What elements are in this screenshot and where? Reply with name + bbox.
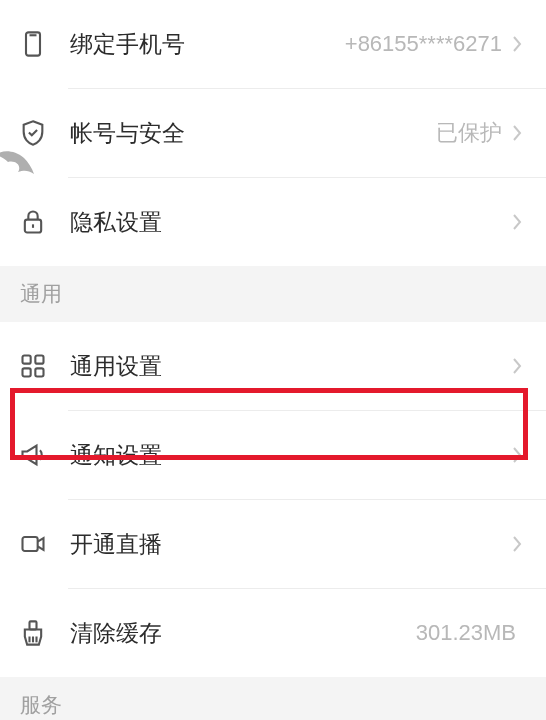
section-title: 通用 xyxy=(20,280,62,308)
chevron-right-icon xyxy=(510,210,524,234)
svg-rect-9 xyxy=(30,621,37,629)
watermark-swallow-icon xyxy=(0,144,34,184)
lock-icon xyxy=(18,207,48,237)
section-header-service: 服务 xyxy=(0,677,546,720)
svg-rect-5 xyxy=(35,356,43,364)
chevron-right-icon xyxy=(510,532,524,556)
section-title: 服务 xyxy=(20,691,62,719)
chevron-right-icon xyxy=(510,32,524,56)
row-label: 通知设置 xyxy=(70,440,510,471)
row-label: 绑定手机号 xyxy=(70,29,345,60)
row-label: 帐号与安全 xyxy=(70,118,436,149)
video-camera-icon xyxy=(18,529,48,559)
row-value: 已保护 xyxy=(436,118,502,148)
row-value: 301.23MB xyxy=(416,620,516,646)
row-clear-cache[interactable]: 清除缓存 301.23MB xyxy=(0,589,546,677)
svg-rect-4 xyxy=(23,356,31,364)
row-label: 开通直播 xyxy=(70,529,510,560)
row-notification-settings[interactable]: 通知设置 xyxy=(0,411,546,499)
grid-icon xyxy=(18,351,48,381)
phone-icon xyxy=(18,29,48,59)
row-account-security[interactable]: 帐号与安全 已保护 xyxy=(0,89,546,177)
svg-rect-7 xyxy=(35,368,43,376)
svg-rect-8 xyxy=(23,537,38,551)
row-enable-live[interactable]: 开通直播 xyxy=(0,500,546,588)
svg-rect-6 xyxy=(23,368,31,376)
row-label: 清除缓存 xyxy=(70,618,416,649)
row-privacy-settings[interactable]: 隐私设置 xyxy=(0,178,546,266)
megaphone-icon xyxy=(18,440,48,470)
row-label: 隐私设置 xyxy=(70,207,510,238)
row-label: 通用设置 xyxy=(70,351,510,382)
row-general-settings[interactable]: 通用设置 xyxy=(0,322,546,410)
chevron-right-icon xyxy=(510,354,524,378)
row-value: +86155****6271 xyxy=(345,31,502,57)
chevron-right-icon xyxy=(510,443,524,467)
row-bind-phone[interactable]: 绑定手机号 +86155****6271 xyxy=(0,0,546,88)
section-header-general: 通用 xyxy=(0,266,546,322)
chevron-right-icon xyxy=(510,121,524,145)
brush-icon xyxy=(18,618,48,648)
